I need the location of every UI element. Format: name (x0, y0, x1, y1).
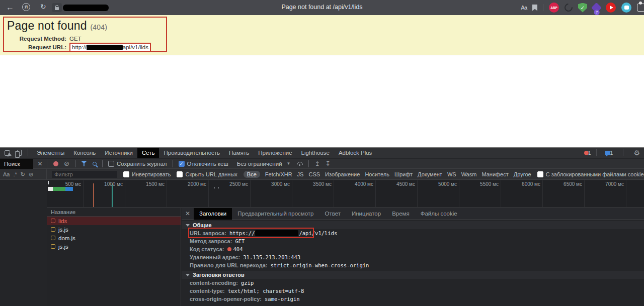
import-har-icon[interactable]: ↥ (314, 160, 319, 167)
record-network-log-icon[interactable] (53, 161, 58, 166)
browser-extensions-area: Aа ABP ✓ 7 (521, 0, 644, 15)
request-type-filter[interactable]: Носитель (365, 171, 389, 177)
details-tab[interactable]: Ответ (319, 208, 346, 220)
request-type-filter[interactable]: Все (244, 171, 260, 178)
chevron-down-icon: ▼ (287, 161, 291, 166)
devtools-tab[interactable]: Элементы (32, 148, 69, 158)
timeline-tick: 5000 мс (419, 180, 459, 207)
extensions-puzzle-icon[interactable] (637, 4, 644, 12)
details-tab[interactable]: Файлы cookie (415, 208, 463, 220)
header-kv-row: Удаленный адрес: 31.135.213.203:443 (182, 253, 644, 261)
request-row[interactable]: js.js (47, 225, 181, 234)
network-toolbar: Поиск ✕ ⊘ Сохранить журнал ✓ Отключить к… (0, 159, 644, 169)
network-conditions-icon[interactable] (297, 162, 303, 166)
regex-toggle[interactable]: .* (13, 171, 17, 177)
request-details-pane: ✕ ЗаголовкиПредварительный просмотрОтвет… (182, 208, 644, 306)
request-type-filter[interactable]: Манифест (481, 171, 508, 177)
search-refresh-icon[interactable]: ↻ (21, 171, 25, 178)
header-kv-row: URL запроса: https:// /api/v1/lids (182, 229, 644, 237)
export-har-icon[interactable]: ↧ (326, 160, 331, 167)
search-drawer-tab[interactable]: Поиск (0, 159, 33, 169)
devtools-tab[interactable]: Консоль (69, 148, 100, 158)
timeline-tick: 5500 мс (461, 180, 501, 207)
toolbar-divider (596, 149, 597, 156)
request-type-filter[interactable]: Wasm (461, 171, 477, 177)
throttling-dropdown[interactable]: Без ограничений ▼ (237, 161, 291, 167)
inspect-element-icon[interactable] (5, 150, 10, 156)
details-tab[interactable]: Заголовки (194, 208, 232, 220)
search-icon[interactable] (93, 162, 97, 166)
invert-filter-checkbox[interactable]: Инвертировать (123, 171, 171, 177)
adblock-plus-icon[interactable]: ABP (549, 3, 559, 13)
request-row[interactable]: js.js (47, 242, 181, 251)
collapse-triangle-icon (186, 274, 190, 276)
loading-extension-icon[interactable] (563, 2, 575, 14)
video-extension-icon[interactable] (606, 3, 616, 13)
error-page-header: Page not found (404) Request Method: GET… (0, 15, 644, 55)
toolbar-divider (623, 149, 623, 156)
search-options: Aa .* ↻ ⊘ (0, 169, 47, 180)
request-type-filter[interactable]: Документ (418, 171, 442, 177)
devtools-tab[interactable]: Adblock Plus (334, 148, 376, 158)
header-kv-row: Код статуса: 404 (182, 245, 644, 253)
filter-icon[interactable] (81, 161, 87, 166)
devtools-tab[interactable]: Источники (100, 148, 137, 158)
details-tab[interactable]: Время (386, 208, 415, 220)
devtools-tab[interactable]: Lighthouse (297, 148, 334, 158)
header-kv-row: Метод запроса: GET (182, 237, 644, 245)
clear-network-log-icon[interactable]: ⊘ (64, 160, 69, 167)
network-overview-timeline[interactable]: 500 мс1000 мс1500 мс2000 мс2500 мс3000 м… (47, 180, 644, 208)
translate-icon[interactable]: Aа (521, 5, 527, 11)
details-tab[interactable]: Инициатор (346, 208, 386, 220)
device-toolbar-icon[interactable] (17, 150, 22, 156)
search-close-icon[interactable]: ✕ (33, 160, 47, 167)
request-type-filter[interactable]: Изображение (325, 171, 360, 177)
response-headers-section-header[interactable]: Заголовки ответов (182, 271, 644, 279)
issues-badge[interactable]: 1 (605, 150, 613, 156)
timeline-tick: 3500 мс (294, 180, 334, 207)
timeline-tick: 6000 мс (503, 180, 543, 207)
header-kv-row: content-type: text/html; charset=utf-8 (182, 287, 644, 295)
antivirus-shield-icon[interactable]: ✓ (578, 3, 587, 13)
devtools-tab[interactable]: Сеть (137, 148, 159, 158)
devtools-tab[interactable]: Производительность (159, 148, 224, 158)
request-type-filter[interactable]: Другое (514, 171, 531, 177)
search-clear-icon[interactable]: ⊘ (29, 171, 33, 178)
disable-cache-checkbox[interactable]: ✓ Отключить кеш (179, 161, 228, 167)
timeline-tick: 500 мс (47, 180, 84, 207)
hide-data-urls-checkbox[interactable]: Скрыть URL данных (177, 171, 237, 177)
toolbar-divider (75, 160, 75, 167)
timeline-tick: 1500 мс (127, 180, 167, 207)
devtools-panel: ЭлементыКонсольИсточникиСетьПроизводител… (0, 147, 644, 306)
devtools-tab[interactable]: Память (224, 148, 254, 158)
extension-with-badge-icon[interactable]: 7 (591, 2, 602, 13)
devtools-tab[interactable]: Приложение (254, 148, 296, 158)
toolbar-divider (543, 4, 543, 11)
timeline-tick: 1000 мс (85, 180, 125, 207)
request-row[interactable]: lids (47, 217, 181, 225)
request-type-filter[interactable]: Шрифт (394, 171, 413, 177)
request-type-filter[interactable]: CSS (308, 171, 320, 177)
toolbar-divider (308, 160, 309, 167)
header-kv-row: Правило для URL перехода: strict-origin-… (182, 261, 644, 269)
preserve-log-checkbox[interactable]: Сохранить журнал (108, 161, 167, 167)
match-case-toggle[interactable]: Aa (3, 171, 10, 177)
details-tab[interactable]: Предварительный просмотр (232, 208, 319, 220)
timeline-tick: 3000 мс (252, 180, 292, 207)
close-details-icon[interactable]: ✕ (182, 210, 194, 217)
request-type-filter[interactable]: Fetch/XHR (265, 171, 292, 177)
request-type-filter[interactable]: JS (297, 171, 304, 177)
status-error-dot (227, 247, 231, 251)
general-section-header[interactable]: Общие (182, 221, 644, 229)
requests-column-header[interactable]: Название (47, 208, 181, 217)
request-row[interactable]: dom.js (47, 234, 181, 242)
settings-gear-icon[interactable]: ⚙ (633, 149, 640, 157)
request-type-filter[interactable]: WS (447, 171, 456, 177)
messenger-extension-icon[interactable] (621, 3, 631, 13)
bookmark-icon[interactable] (532, 5, 537, 11)
blocked-cookies-checkbox[interactable]: С заблокированными файлами cookie (537, 171, 644, 177)
header-kv-row: content-encoding: gzip (182, 279, 644, 287)
error-badge[interactable]: 1 (584, 150, 591, 156)
browser-toolbar: ← Я ↻ Page not found at /api/v1/lids Aа … (0, 0, 644, 15)
filter-input[interactable] (52, 171, 117, 178)
